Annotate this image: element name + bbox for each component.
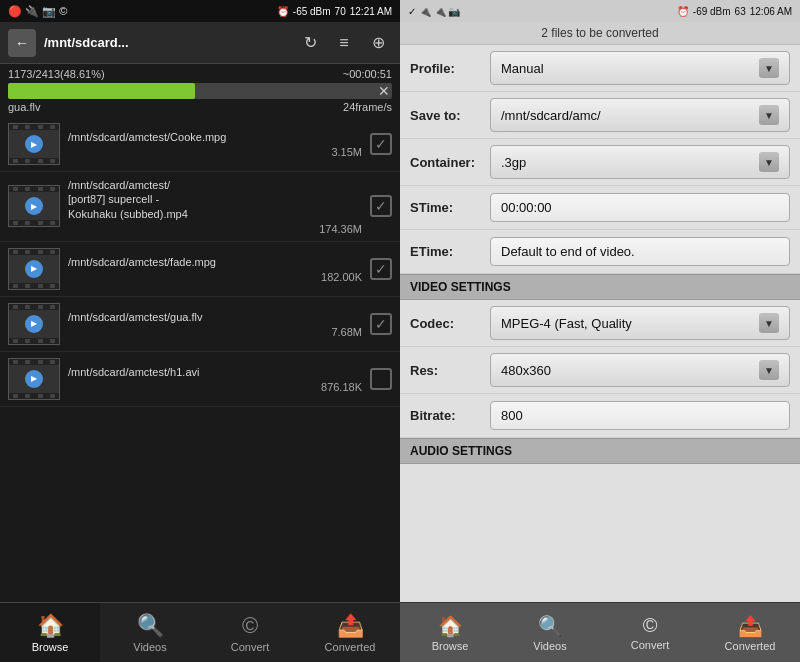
left-signal: -65 dBm [293,6,331,17]
right-status-right: ⏰ -69 dBm 63 12:06 AM [677,6,792,17]
menu-button[interactable]: ≡ [330,29,358,57]
list-item[interactable]: ▶ /mnt/sdcard/amctest/h1.avi 876.18K [0,352,400,407]
profile-dropdown[interactable]: Manual ▼ [490,51,790,85]
res-dropdown[interactable]: 480x360 ▼ [490,353,790,387]
container-value: .3gp [501,155,526,170]
filter-button[interactable]: ⊕ [364,29,392,57]
codec-control: MPEG-4 (Fast, Quality ▼ [490,306,790,340]
tab-videos[interactable]: 🔍 Videos [100,603,200,662]
saveto-control: /mnt/sdcard/amc/ ▼ [490,98,790,132]
right-tab-browse[interactable]: 🏠 Browse [400,603,500,662]
profile-label: Profile: [410,61,490,76]
res-label: Res: [410,363,490,378]
res-control: 480x360 ▼ [490,353,790,387]
right-alarm-icon: ⏰ [677,6,689,17]
play-icon: ▶ [25,315,43,333]
tab-convert[interactable]: © Convert [200,603,300,662]
list-item[interactable]: ▶ /mnt/sdcard/amctest/gua.flv 7.68M ✓ [0,297,400,352]
bitrate-control: 800 [490,401,790,430]
progress-close-button[interactable]: ✕ [378,83,390,99]
left-bottom-nav: 🏠 Browse 🔍 Videos © Convert 📤 Converted [0,602,400,662]
converted-icon: 📤 [738,614,763,638]
profile-value: Manual [501,61,544,76]
right-signal: -69 dBm [693,6,731,17]
file-checkbox[interactable]: ✓ [370,133,392,155]
right-tab-videos[interactable]: 🔍 Videos [500,603,600,662]
progress-time: ~00:00:51 [343,68,392,80]
bitrate-input[interactable]: 800 [490,401,790,430]
play-icon: ▶ [25,135,43,153]
browse-icon: 🏠 [438,614,463,638]
file-checkbox[interactable]: ✓ [370,195,392,217]
left-panel: 🔴 🔌 📷 © ⏰ -65 dBm 70 12:21 AM ← /mnt/sdc… [0,0,400,662]
browse-label: Browse [432,640,469,652]
converted-label: Converted [725,640,776,652]
framerate: 24frame/s [343,101,392,113]
file-path: /mnt/sdcard/amctest/[port87] supercell -… [68,178,362,221]
convert-label: Convert [231,641,270,653]
file-thumbnail: ▶ [8,358,60,400]
file-info: /mnt/sdcard/amctest/h1.avi 876.18K [68,365,362,393]
saveto-value: /mnt/sdcard/amc/ [501,108,601,123]
left-status-right: ⏰ -65 dBm 70 12:21 AM [277,6,392,17]
videos-label: Videos [533,640,566,652]
etime-input[interactable]: Default to end of video. [490,237,790,266]
left-status-bar: 🔴 🔌 📷 © ⏰ -65 dBm 70 12:21 AM [0,0,400,22]
back-button[interactable]: ← [8,29,36,57]
etime-row: ETime: Default to end of video. [400,230,800,274]
bitrate-label: Bitrate: [410,408,490,423]
file-checkbox[interactable]: ✓ [370,258,392,280]
file-size: 182.00K [68,271,362,283]
progress-area: 1173/2413(48.61%) ~00:00:51 ✕ gua.flv 24… [0,64,400,117]
chevron-down-icon: ▼ [759,313,779,333]
progress-track: ✕ [8,83,392,99]
left-signal-bars: 70 [335,6,346,17]
files-info: 2 files to be converted [400,22,800,45]
browse-label: Browse [32,641,69,653]
container-dropdown[interactable]: .3gp ▼ [490,145,790,179]
file-path: /mnt/sdcard/amctest/fade.mpg [68,255,362,269]
list-item[interactable]: ▶ /mnt/sdcard/amctest/fade.mpg 182.00K ✓ [0,242,400,297]
right-status-bar: ✓ 🔌 🔌 📷 ⏰ -69 dBm 63 12:06 AM [400,0,800,22]
codec-row: Codec: MPEG-4 (Fast, Quality ▼ [400,300,800,347]
chevron-down-icon: ▼ [759,360,779,380]
progress-info: 1173/2413(48.61%) ~00:00:51 [8,68,392,80]
list-item[interactable]: ▶ /mnt/sdcard/amctest/[port87] supercell… [0,172,400,242]
saveto-label: Save to: [410,108,490,123]
stime-control: 00:00:00 [490,193,790,222]
file-thumbnail: ▶ [8,123,60,165]
file-checkbox[interactable] [370,368,392,390]
res-value: 480x360 [501,363,551,378]
tab-converted[interactable]: 📤 Converted [300,603,400,662]
chevron-down-icon: ▼ [759,58,779,78]
videos-icon: 🔍 [538,614,563,638]
file-thumbnail: ▶ [8,185,60,227]
codec-dropdown[interactable]: MPEG-4 (Fast, Quality ▼ [490,306,790,340]
videos-label: Videos [133,641,166,653]
right-bottom-nav: 🏠 Browse 🔍 Videos © Convert 📤 Converted [400,602,800,662]
file-path: /mnt/sdcard/amctest/h1.avi [68,365,362,379]
profile-row: Profile: Manual ▼ [400,45,800,92]
etime-label: ETime: [410,244,490,259]
file-info: /mnt/sdcard/amctest/gua.flv 7.68M [68,310,362,338]
right-tab-convert[interactable]: © Convert [600,603,700,662]
right-status-left: ✓ 🔌 🔌 📷 [408,6,460,17]
stime-input[interactable]: 00:00:00 [490,193,790,222]
convert-label: Convert [631,639,670,651]
file-size: 7.68M [68,326,362,338]
file-info: /mnt/sdcard/amctest/[port87] supercell -… [68,178,362,235]
list-item[interactable]: ▶ /mnt/sdcard/amctest/Cooke.mpg 3.15M ✓ [0,117,400,172]
browse-icon: 🏠 [37,613,64,639]
stime-label: STime: [410,200,490,215]
current-path: /mnt/sdcard... [44,35,288,50]
file-checkbox[interactable]: ✓ [370,313,392,335]
saveto-dropdown[interactable]: /mnt/sdcard/amc/ ▼ [490,98,790,132]
file-info: /mnt/sdcard/amctest/Cooke.mpg 3.15M [68,130,362,158]
videos-icon: 🔍 [137,613,164,639]
left-status-left: 🔴 🔌 📷 © [8,5,67,18]
refresh-button[interactable]: ↻ [296,29,324,57]
right-tab-converted[interactable]: 📤 Converted [700,603,800,662]
tab-browse[interactable]: 🏠 Browse [0,603,100,662]
right-status-icons: ✓ 🔌 🔌 📷 [408,6,460,17]
profile-control: Manual ▼ [490,51,790,85]
